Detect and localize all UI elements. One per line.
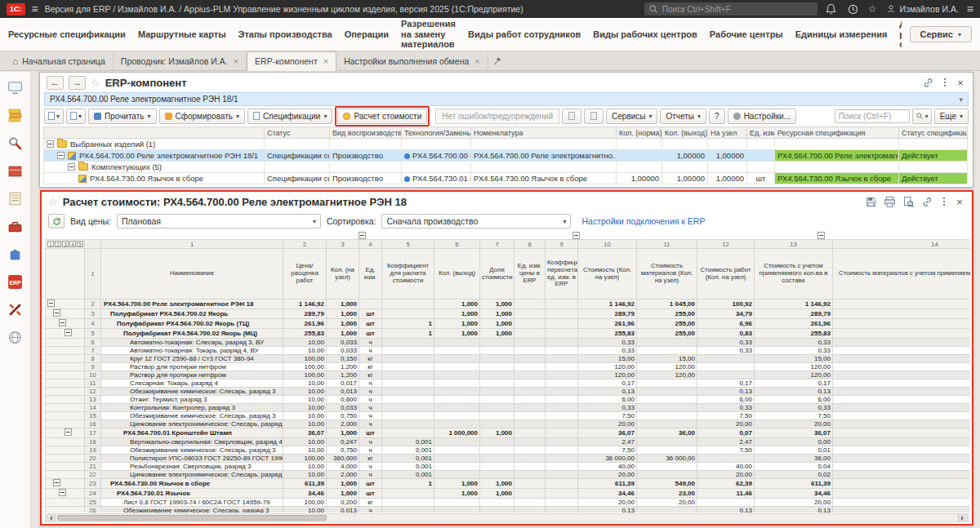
cell[interactable]: [546, 412, 578, 420]
column-group-collapse-icon[interactable]: [572, 232, 580, 239]
cell[interactable]: [514, 446, 546, 455]
help-button[interactable]: ?: [709, 109, 725, 124]
cell[interactable]: [480, 455, 514, 463]
cell[interactable]: [662, 139, 708, 150]
read-button[interactable]: Прочитать▾: [88, 109, 157, 124]
cell[interactable]: [514, 489, 546, 499]
cell[interactable]: Автоматно-токарная: Токарь, разряд 4, ВУ: [101, 347, 283, 355]
cell[interactable]: 360,000: [327, 455, 359, 463]
cell[interactable]: 2,000: [327, 420, 359, 428]
cell[interactable]: 10,00: [283, 446, 327, 455]
get-link-icon[interactable]: [920, 195, 934, 209]
cell[interactable]: [382, 420, 434, 428]
cell[interactable]: [480, 388, 514, 396]
cell[interactable]: 1,000: [327, 479, 359, 489]
cell[interactable]: 1,200: [327, 363, 359, 371]
column-header[interactable]: Стоимость (Кол. на узел): [578, 249, 637, 299]
cell[interactable]: 0,33: [697, 404, 755, 412]
cell[interactable]: 0,247: [327, 438, 359, 446]
cell[interactable]: 289,79: [283, 309, 327, 319]
reports-button[interactable]: Отчеты▾: [660, 109, 706, 124]
cell[interactable]: [833, 507, 971, 513]
column-number[interactable]: 7: [480, 240, 514, 249]
cell[interactable]: 255,00: [637, 329, 697, 339]
cell[interactable]: 0,33: [755, 404, 833, 412]
cell[interactable]: [480, 396, 514, 404]
row-number[interactable]: 23: [85, 479, 101, 489]
next-error-button[interactable]: [584, 109, 604, 124]
tab[interactable]: ⌂Начальная страница: [5, 51, 114, 70]
column-group-collapse-icon[interactable]: [359, 232, 366, 239]
cell[interactable]: [434, 371, 480, 379]
history-icon[interactable]: [846, 2, 860, 16]
column-header[interactable]: Статус: [265, 127, 330, 139]
table-row[interactable]: 25Лист 0,8 ГОСТ 19903-74 / 60С2А ГОСТ 14…: [46, 499, 971, 507]
cell[interactable]: Производство: [330, 150, 402, 162]
row-number[interactable]: 3: [85, 309, 101, 319]
cell[interactable]: [434, 499, 480, 507]
cell[interactable]: Обезжиривание химическое: Слесарь, разря…: [101, 446, 283, 455]
column-header[interactable]: Номенклатура: [471, 127, 617, 139]
cell[interactable]: 36,07: [755, 428, 833, 438]
cell[interactable]: 0,17: [578, 379, 637, 388]
cell[interactable]: 0,13: [755, 507, 833, 513]
cell[interactable]: [637, 507, 697, 513]
row-number[interactable]: 7: [85, 347, 101, 355]
menu-item[interactable]: Дополнительные реквизиты и сведения: [899, 19, 901, 50]
cell[interactable]: Действует: [899, 150, 968, 162]
cell[interactable]: [747, 150, 775, 162]
cell[interactable]: 20,00: [637, 499, 697, 507]
cell[interactable]: [637, 420, 697, 428]
cell[interactable]: [514, 371, 546, 379]
cell[interactable]: ч: [359, 463, 382, 471]
cell[interactable]: ч: [359, 507, 382, 513]
row-number[interactable]: 18: [85, 438, 101, 446]
cell[interactable]: 15,00: [637, 355, 697, 363]
row-number[interactable]: 1: [85, 249, 101, 299]
cell[interactable]: РХ4.564.730.00 Язычок в сборе: [101, 479, 283, 489]
cell[interactable]: [480, 420, 514, 428]
cell[interactable]: 0,750: [327, 446, 359, 455]
cell[interactable]: Обезжиривание химическое: Слесарь, разря…: [101, 388, 283, 396]
cell[interactable]: РХ4.564.730.01 С...: [402, 173, 471, 184]
cell[interactable]: ч: [359, 347, 382, 355]
table-row[interactable]: 9Раствор для протирки нитфром100,001,200…: [46, 363, 971, 371]
cell[interactable]: 289,79: [755, 309, 833, 319]
cell[interactable]: 1,200: [327, 371, 359, 379]
cell[interactable]: [833, 355, 971, 363]
cell[interactable]: [546, 479, 578, 489]
table-row[interactable]: 24РХ4.564.730.01 Язычок34,461,000шт1,000…: [46, 489, 971, 499]
cell[interactable]: [514, 428, 546, 438]
cell[interactable]: [546, 309, 578, 319]
cell[interactable]: [480, 446, 514, 455]
cell[interactable]: 100,00: [283, 355, 327, 363]
cell[interactable]: [546, 329, 578, 339]
cell[interactable]: кг: [359, 499, 382, 507]
cell[interactable]: [899, 139, 968, 150]
cell[interactable]: [546, 507, 578, 513]
cell[interactable]: РХ4.564.700.01 Кронштейн Штамп: [101, 428, 283, 438]
cell[interactable]: 7,50: [755, 412, 833, 420]
cell[interactable]: [402, 139, 471, 150]
main-menu-icon[interactable]: ≡: [32, 2, 38, 16]
cell[interactable]: 0,17: [697, 379, 755, 388]
user-menu[interactable]: Измайлов И.А.: [885, 3, 959, 15]
cell[interactable]: 1,000: [480, 479, 514, 489]
cell[interactable]: Резьбонарезная: Сверловщик, разряд 3: [101, 463, 283, 471]
cell[interactable]: 0,33: [578, 347, 637, 355]
cell[interactable]: 549,00: [637, 479, 697, 489]
row-number[interactable]: 9: [85, 363, 101, 371]
row-number[interactable]: 11: [85, 379, 101, 388]
cell[interactable]: ч: [359, 446, 382, 455]
cell[interactable]: [833, 339, 971, 347]
cell[interactable]: 15,00: [755, 355, 833, 363]
cell[interactable]: Автоматно-токарная: Слесарь, разряд 3, В…: [101, 339, 283, 347]
cell[interactable]: 1,000: [480, 299, 514, 309]
table-row[interactable]: 4Полуфабрикат РХ4.564.700.02 Якорь (ТЦ)2…: [46, 319, 971, 329]
cell[interactable]: 1 045,00: [637, 299, 697, 309]
cell[interactable]: [617, 150, 662, 162]
cell[interactable]: [833, 489, 971, 499]
notifications-bell-icon[interactable]: [824, 2, 838, 16]
cell[interactable]: [382, 388, 434, 396]
cell[interactable]: 0,001: [382, 455, 434, 463]
